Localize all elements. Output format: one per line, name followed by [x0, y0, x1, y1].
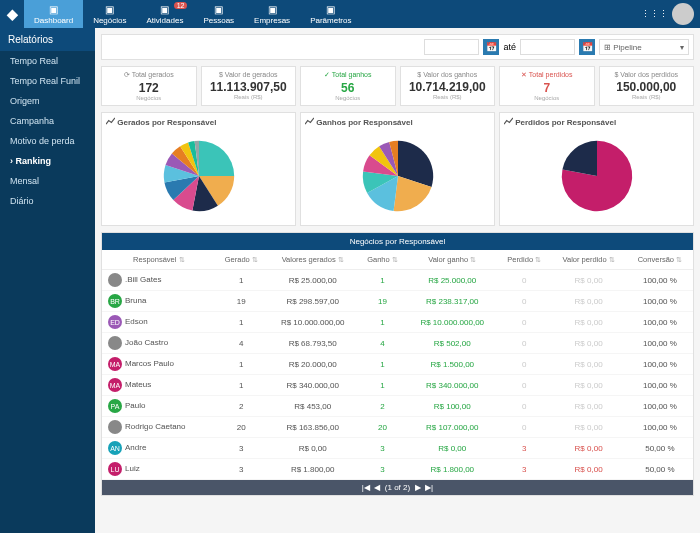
col-header[interactable]: Conversão ⇅: [627, 250, 693, 270]
cell: R$ 163.856,00: [267, 417, 358, 438]
col-header[interactable]: Valor ganho ⇅: [407, 250, 498, 270]
cell: R$ 502,00: [407, 333, 498, 354]
cell: 1: [216, 270, 267, 291]
cell: R$ 10.000.000,00: [407, 312, 498, 333]
nav-icon: ▣: [268, 4, 277, 15]
chart-card: Perdidos por Responsável: [499, 112, 694, 226]
cell-name: LULuiz: [102, 459, 216, 480]
col-header[interactable]: Responsável ⇅: [102, 250, 216, 270]
sort-icon: ⇅: [470, 256, 476, 263]
nav-dashboard[interactable]: ▣Dashboard: [24, 0, 83, 28]
kpi-value: 7: [504, 81, 590, 95]
nav-label: Atividades: [147, 16, 184, 25]
nav-negócios[interactable]: ▣Negócios: [83, 0, 136, 28]
kpi-card: ✓ Total ganhos56Negócios: [300, 66, 396, 106]
sidebar-header: Relatórios: [0, 28, 95, 51]
nav-atividades[interactable]: ▣Atividades12: [137, 0, 194, 28]
kpi-value: 56: [305, 81, 391, 95]
cell: 3: [216, 459, 267, 480]
sidebar-item[interactable]: Origem: [0, 91, 95, 111]
cell-name: PAPaulo: [102, 396, 216, 417]
cell: 100,00 %: [627, 333, 693, 354]
kpi-value: 10.714.219,00: [405, 80, 491, 94]
avatar-small: PA: [108, 399, 122, 413]
cell: 3: [498, 459, 550, 480]
col-header[interactable]: Ganho ⇅: [358, 250, 406, 270]
sidebar-item[interactable]: Motivo de perda: [0, 131, 95, 151]
cell: 100,00 %: [627, 312, 693, 333]
kpi-label: ⟳ Total gerados: [106, 71, 192, 79]
user-avatar[interactable]: [672, 3, 694, 25]
filter-bar: 📅 até 📅 ⊞ Pipeline▾: [101, 34, 694, 60]
avatar-small: LU: [108, 462, 122, 476]
col-header[interactable]: Gerado ⇅: [216, 250, 267, 270]
cell: R$ 0,00: [550, 291, 626, 312]
table-row[interactable]: MAMarcos Paulo1R$ 20.000,001R$ 1.500,000…: [102, 354, 693, 375]
cell: 19: [216, 291, 267, 312]
table-row[interactable]: ANAndre3R$ 0,003R$ 0,003R$ 0,0050,00 %: [102, 438, 693, 459]
cell: 0: [498, 270, 550, 291]
sidebar-item[interactable]: Tempo Real Funil: [0, 71, 95, 91]
sort-icon: ⇅: [252, 256, 258, 263]
nav-label: Dashboard: [34, 16, 73, 25]
cell: 100,00 %: [627, 291, 693, 312]
nav-icon: ▣: [326, 4, 335, 15]
cell: 1: [358, 354, 406, 375]
table-row[interactable]: .Bill Gates1R$ 25.000,001R$ 25.000,000R$…: [102, 270, 693, 291]
cell: 0: [498, 291, 550, 312]
nav-empresas[interactable]: ▣Empresas: [244, 0, 300, 28]
calendar-icon[interactable]: 📅: [579, 39, 595, 55]
pager[interactable]: |◀ ◀ (1 of 2) ▶ ▶|: [102, 480, 693, 495]
chevron-down-icon: ▾: [680, 43, 684, 52]
sidebar-item[interactable]: Diário: [0, 191, 95, 211]
col-header[interactable]: Valor perdido ⇅: [550, 250, 626, 270]
table-row[interactable]: Rodrigo Caetano20R$ 163.856,0020R$ 107.0…: [102, 417, 693, 438]
kpi-card: ✕ Total perdidos7Negócios: [499, 66, 595, 106]
calendar-icon[interactable]: 📅: [483, 39, 499, 55]
cell: 20: [216, 417, 267, 438]
table-row[interactable]: BRBruna19R$ 298.597,0019R$ 238.317,000R$…: [102, 291, 693, 312]
table-row[interactable]: João Castro4R$ 68.793,504R$ 502,000R$ 0,…: [102, 333, 693, 354]
nav-parâmetros[interactable]: ▣Parâmetros: [300, 0, 361, 28]
kpi-sub: Reais (R$): [604, 94, 690, 100]
col-header[interactable]: Perdido ⇅: [498, 250, 550, 270]
sidebar-item[interactable]: Campanha: [0, 111, 95, 131]
cell: R$ 0,00: [550, 459, 626, 480]
cell: R$ 1.800,00: [407, 459, 498, 480]
table-row[interactable]: EDEdson1R$ 10.000.000,001R$ 10.000.000,0…: [102, 312, 693, 333]
cell: R$ 0,00: [550, 270, 626, 291]
table-row[interactable]: PAPaulo2R$ 453,002R$ 100,000R$ 0,00100,0…: [102, 396, 693, 417]
avatar-small: MA: [108, 378, 122, 392]
avatar-small: MA: [108, 357, 122, 371]
cell: R$ 20.000,00: [267, 354, 358, 375]
cell: 20: [358, 417, 406, 438]
avatar-small: AN: [108, 441, 122, 455]
kpi-value: 150.000,00: [604, 80, 690, 94]
cell: 100,00 %: [627, 375, 693, 396]
date-to-input[interactable]: [520, 39, 575, 55]
sidebar-item[interactable]: Mensal: [0, 171, 95, 191]
avatar-small: [108, 273, 122, 287]
chart-card: Ganhos por Responsável: [300, 112, 495, 226]
sort-icon: ⇅: [338, 256, 344, 263]
sidebar-item[interactable]: Tempo Real: [0, 51, 95, 71]
nav-icon: ▣: [160, 4, 169, 15]
cell: 100,00 %: [627, 354, 693, 375]
apps-icon[interactable]: ⋮⋮⋮: [642, 0, 666, 28]
cell: R$ 340.000,00: [267, 375, 358, 396]
cell: R$ 0,00: [550, 333, 626, 354]
cell: 1: [358, 312, 406, 333]
date-from-input[interactable]: [424, 39, 479, 55]
kpi-label: $ Valor dos perdidos: [604, 71, 690, 78]
pipeline-select[interactable]: ⊞ Pipeline▾: [599, 39, 689, 55]
table-row[interactable]: MAMateus1R$ 340.000,001R$ 340.000,000R$ …: [102, 375, 693, 396]
cell: R$ 25.000,00: [407, 270, 498, 291]
cell: 1: [358, 270, 406, 291]
table-row[interactable]: LULuiz3R$ 1.800,003R$ 1.800,003R$ 0,0050…: [102, 459, 693, 480]
sidebar-item[interactable]: Ranking: [0, 151, 95, 171]
nav-pessoas[interactable]: ▣Pessoas: [193, 0, 244, 28]
cell: 0: [498, 333, 550, 354]
cell: 2: [358, 396, 406, 417]
col-header[interactable]: Valores gerados ⇅: [267, 250, 358, 270]
avatar-small: ED: [108, 315, 122, 329]
